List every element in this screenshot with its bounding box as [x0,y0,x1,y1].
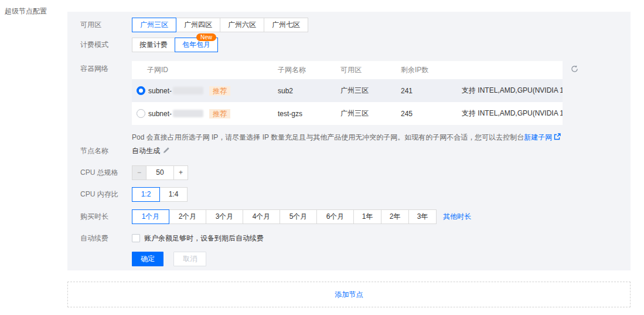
subnet-free-ip: 245 [401,110,462,118]
col-zone: 可用区 [340,65,401,75]
refresh-icon[interactable] [570,65,579,73]
recommend-tag: 推荐 [209,109,230,118]
cpu-total-label: CPU 总规格 [80,165,132,180]
zone-option-gz3[interactable]: 广州三区 [132,18,176,32]
duration-option-6m[interactable]: 6个月 [316,209,354,224]
node-name-value: 自动生成 [132,147,160,155]
radio-checked-icon[interactable] [137,86,145,95]
zone-option-gz7[interactable]: 广州七区 [264,18,308,32]
network-label: 容器网络 [80,61,132,73]
billing-button-group: 按量计费 包年包月 New [132,38,631,52]
col-free-ip: 剩余IP数 [401,65,462,75]
subnet-zone: 广州三区 [340,109,401,118]
confirm-button[interactable]: 确定 [132,252,163,266]
node-name-row: 节点名称 自动生成 [80,147,631,155]
duration-option-3m[interactable]: 3个月 [206,209,243,224]
subnet-note-text: Pod 会直接占用所选子网 IP，请尽量选择 IP 数量充足且与其他产品使用无冲… [132,133,524,141]
zone-option-gz4[interactable]: 广州四区 [176,18,220,32]
cpu-ratio-button-group: 1:2 1:4 [132,187,631,202]
billing-option-prepaid-label: 包年包月 [182,40,210,49]
subnet-id-masked [173,110,203,117]
radio-unchecked-icon[interactable] [137,109,145,118]
subnet-id-prefix: subnet- [148,87,172,95]
cpu-ratio-row: CPU 内存比 1:2 1:4 [80,187,631,202]
subnet-row-test-gzs[interactable]: subnet- 推荐 test-gzs 广州三区 245 支持 INTEL,AM… [132,102,563,125]
stepper-minus-button[interactable]: − [132,165,146,180]
zone-button-group: 广州三区 广州四区 广州六区 广州七区 [132,18,631,32]
subnet-zone: 广州三区 [340,86,401,96]
auto-renew-label: 自动续费 [80,233,132,243]
subnet-id-masked [173,87,203,94]
subnet-row-sub2[interactable]: subnet- 推荐 sub2 广州三区 241 支持 INTEL,AMD,GP… [132,79,563,102]
billing-option-prepaid[interactable]: 包年包月 New [175,38,218,52]
duration-option-2m[interactable]: 2个月 [169,209,206,224]
supernode-config-page: 超级节点配置 可用区 广州三区 广州四区 广州六区 广州七区 计费模式 按量计费 [0,0,644,315]
zone-option-gz6[interactable]: 广州六区 [220,18,264,32]
billing-row: 计费模式 按量计费 包年包月 New [80,38,631,52]
duration-option-2y[interactable]: 2年 [381,209,409,224]
cancel-button[interactable]: 取消 [173,252,206,266]
cpu-total-input[interactable]: 50 [146,165,174,180]
duration-option-1y[interactable]: 1年 [353,209,381,224]
new-badge: New [196,33,216,41]
auto-renew-checkbox[interactable] [132,234,140,242]
duration-label: 购买时长 [80,209,132,224]
subnet-note: Pod 会直接占用所选子网 IP，请尽量选择 IP 数量充足且与其他产品使用无冲… [132,133,631,142]
billing-label: 计费模式 [80,38,132,52]
recommend-tag: 推荐 [209,86,230,96]
subnet-table: 子网ID 子网名称 可用区 剩余IP数 subnet- 推荐 [132,61,563,125]
external-link-icon[interactable] [554,133,561,140]
duration-option-5m[interactable]: 5个月 [280,209,317,224]
create-subnet-link[interactable]: 新建子网 [524,133,552,141]
cpu-total-stepper: − 50 + [132,165,631,180]
subnet-id-prefix: subnet- [148,110,172,118]
edit-pencil-icon[interactable] [163,147,170,154]
node-name-label: 节点名称 [80,147,132,155]
stepper-plus-button[interactable]: + [173,165,188,180]
page-title: 超级节点配置 [5,6,47,16]
add-node-button[interactable]: 添加节点 [67,282,631,307]
subnet-name: test-gzs [278,110,340,118]
config-panel: 可用区 广州三区 广州四区 广州六区 广州七区 计费模式 按量计费 包年包月 N… [67,12,631,270]
duration-button-group: 1个月 2个月 3个月 4个月 5个月 6个月 1年 2年 3年 [132,209,437,224]
subnet-table-header: 子网ID 子网名称 可用区 剩余IP数 [132,61,563,79]
subnet-free-ip: 241 [401,87,462,95]
cpu-ratio-label: CPU 内存比 [80,187,132,202]
duration-option-4m[interactable]: 4个月 [243,209,280,224]
auto-renew-checkbox-label: 账户余额足够时，设备到期后自动续费 [144,233,264,243]
duration-option-3y[interactable]: 3年 [408,209,437,224]
ratio-option-1-4[interactable]: 1:4 [159,187,188,202]
cpu-total-row: CPU 总规格 − 50 + [80,165,631,180]
zone-row: 可用区 广州三区 广州四区 广州六区 广州七区 [80,18,631,32]
auto-renew-row: 自动续费 账户余额足够时，设备到期后自动续费 [80,233,631,243]
col-subnet-id: 子网ID [132,65,278,75]
actions-row: 确定 取消 [80,252,631,266]
other-duration-link[interactable]: 其他时长 [443,209,471,224]
network-row: 容器网络 子网ID 子网名称 可用区 剩余IP数 [80,61,631,142]
billing-option-payg[interactable]: 按量计费 [132,38,175,52]
col-subnet-name: 子网名称 [278,65,340,75]
duration-row: 购买时长 1个月 2个月 3个月 4个月 5个月 6个月 1年 2年 3年 其他… [80,209,631,224]
subnet-name: sub2 [278,87,340,95]
subnet-support: 支持 INTEL,AMD,GPU(NVIDIA 1/4 T... [462,86,563,96]
subnet-support: 支持 INTEL,AMD,GPU(NVIDIA 1/4 T... [462,109,563,118]
ratio-option-1-2[interactable]: 1:2 [132,187,160,202]
zone-label: 可用区 [80,18,132,32]
duration-option-1m[interactable]: 1个月 [132,209,169,224]
